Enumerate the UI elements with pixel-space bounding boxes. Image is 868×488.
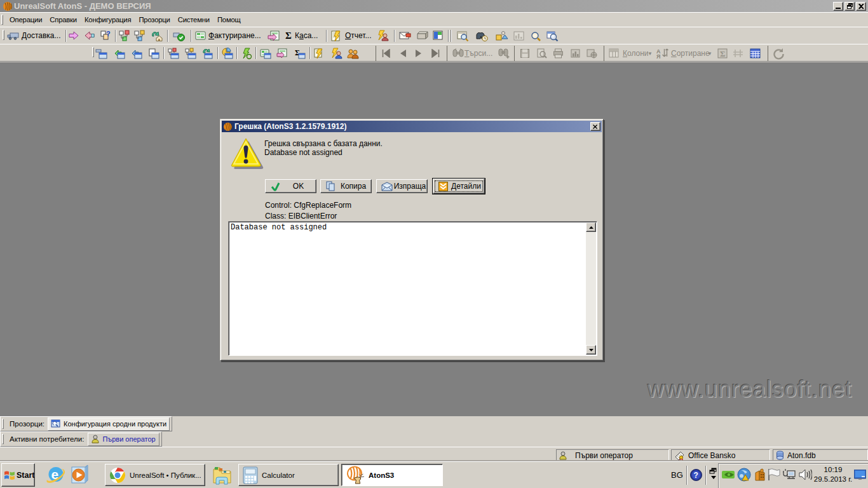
svg-text:?: ? bbox=[106, 30, 111, 37]
svg-text:?: ? bbox=[694, 471, 698, 480]
svg-text:Σ: Σ bbox=[720, 49, 726, 58]
svg-text:Я: Я bbox=[656, 53, 660, 59]
